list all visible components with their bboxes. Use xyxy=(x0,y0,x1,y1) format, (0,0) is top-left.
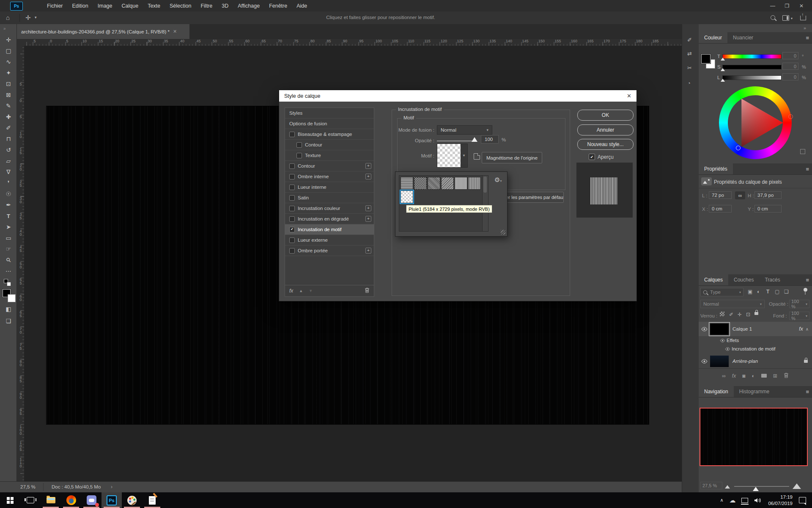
menu-item[interactable]: Aide xyxy=(292,3,312,9)
firefox-button[interactable] xyxy=(61,492,81,508)
add-effect-icon[interactable]: + xyxy=(365,216,371,222)
menu-item[interactable]: Edition xyxy=(68,3,93,9)
adjustment-layer-icon[interactable]: ◐ xyxy=(752,373,754,379)
navigator-zoom-slider[interactable] xyxy=(734,486,789,487)
layer-effects-row[interactable]: Effets xyxy=(699,336,812,345)
zoom-tool[interactable]: ⚲ xyxy=(0,254,17,265)
vertical-ruler[interactable]: 5051015202530354045505560657075808590951… xyxy=(17,46,25,481)
menu-item[interactable]: 3D xyxy=(217,3,233,9)
pattern-thumbnail[interactable] xyxy=(401,190,413,203)
navigator-preview[interactable] xyxy=(700,408,808,466)
layer-row-calque1[interactable]: Calque 1 fx ∧ xyxy=(699,322,812,336)
home-icon[interactable]: ⌂ xyxy=(6,14,10,21)
move-down-icon[interactable]: ▼ xyxy=(309,289,313,293)
gear-icon[interactable]: ⚙▾ xyxy=(494,176,502,184)
menu-item[interactable]: Image xyxy=(93,3,117,9)
resize-grip[interactable] xyxy=(501,230,505,235)
new-group-icon[interactable] xyxy=(761,373,767,379)
lasso-tool[interactable]: ∿ xyxy=(0,56,17,67)
chevron-down-icon[interactable]: ▾ xyxy=(35,15,37,19)
checkbox[interactable] xyxy=(289,216,295,222)
checkbox[interactable] xyxy=(289,163,295,169)
pattern-thumbnail[interactable] xyxy=(414,177,427,190)
collapse-effects-icon[interactable]: ∧ xyxy=(806,327,809,331)
move-tool[interactable]: ✛ xyxy=(0,34,17,45)
zoom-out-icon[interactable] xyxy=(725,485,730,489)
start-button[interactable] xyxy=(0,492,20,508)
path-selection-tool[interactable]: ➤ xyxy=(0,221,17,232)
fx-badge[interactable]: fx xyxy=(799,326,803,332)
visibility-eye-icon[interactable] xyxy=(718,339,727,342)
shape-tool[interactable]: ▭ xyxy=(0,232,17,243)
effects-label[interactable]: Effets xyxy=(727,338,739,343)
style-item-incrustation-degrade[interactable]: Incrustation en dégradé+ xyxy=(285,214,374,224)
share-icon[interactable] xyxy=(800,16,806,20)
tray-expand-icon[interactable]: ∧ xyxy=(720,497,723,503)
filter-toggle[interactable] xyxy=(804,288,807,292)
status-chevron-icon[interactable]: › xyxy=(111,484,112,490)
gradient-tool[interactable]: ∇ xyxy=(0,166,17,177)
photoshop-button[interactable]: Ps xyxy=(102,492,122,508)
wordpad-button[interactable] xyxy=(142,492,162,508)
opacity-slider-thumb[interactable] xyxy=(472,137,477,142)
slider-value[interactable]: 0 xyxy=(782,73,798,80)
clock[interactable]: 17:19 06/07/2019 xyxy=(768,494,793,507)
layer-style-icon[interactable]: fx xyxy=(732,373,736,379)
horizontal-ruler[interactable]: 5051015202530354045505560657075808590951… xyxy=(24,39,682,46)
layer-thumbnail[interactable] xyxy=(710,323,729,335)
navigator-zoom-field[interactable]: 27,5 % xyxy=(700,482,722,489)
pattern-thumbnail[interactable] xyxy=(401,177,413,190)
slider-track[interactable] xyxy=(722,65,782,69)
height-field[interactable]: 37,9 po xyxy=(754,191,782,199)
tab-proprietes[interactable]: Propriétés xyxy=(699,163,733,174)
lock-position-icon[interactable]: ✛ xyxy=(738,312,742,318)
style-item-lueur-externe[interactable]: Lueur externe xyxy=(285,235,374,246)
lock-artboard-icon[interactable]: ⊡ xyxy=(746,312,750,318)
scissors-dock-icon[interactable]: ✂ xyxy=(687,65,692,71)
close-button[interactable]: ✕ xyxy=(794,3,809,9)
brush-tool[interactable]: ✐ xyxy=(0,122,17,133)
clock-dock-icon[interactable]: ◔ xyxy=(687,80,691,86)
foreground-color-swatch[interactable] xyxy=(701,54,710,64)
foreground-background-swatches[interactable] xyxy=(3,289,15,303)
dodge-tool[interactable]: ☉ xyxy=(0,188,17,199)
action-center-icon[interactable] xyxy=(799,497,806,503)
restore-defaults-button-partial[interactable]: er les paramètres par défaut xyxy=(507,192,564,203)
healing-brush-tool[interactable]: ✚ xyxy=(0,111,17,122)
checkbox[interactable] xyxy=(289,174,295,179)
style-item-options-de-fusion[interactable]: Options de fusion xyxy=(285,119,374,129)
add-effect-icon[interactable]: + xyxy=(365,163,371,169)
checkbox[interactable] xyxy=(296,153,302,158)
style-item-ombre-portee[interactable]: Ombre portée+ xyxy=(285,246,374,256)
minimize-button[interactable]: — xyxy=(765,3,780,9)
file-explorer-button[interactable] xyxy=(41,492,61,508)
crop-tool[interactable]: ⊡ xyxy=(0,78,17,89)
workspace-icon[interactable] xyxy=(782,15,789,21)
zoom-in-icon[interactable] xyxy=(793,483,801,489)
quick-mask-icon[interactable]: ◧ xyxy=(0,306,17,312)
layer-opacity-field[interactable]: 100 %▾ xyxy=(789,300,809,308)
panel-menu-icon[interactable]: ≡ xyxy=(806,166,809,172)
x-field[interactable]: 0 cm xyxy=(709,205,732,213)
layer-filter-type[interactable]: Type ▾ xyxy=(700,288,743,296)
opacity-value-field[interactable]: 100 xyxy=(481,135,499,144)
type-tool[interactable]: T xyxy=(0,210,17,221)
link-layers-icon[interactable]: ∞ xyxy=(722,373,726,379)
blend-mode-select[interactable]: Normal▾ xyxy=(700,300,765,308)
lock-transparency-icon[interactable] xyxy=(720,312,724,318)
blend-mode-select[interactable]: Normal▾ xyxy=(437,125,492,135)
layer-effect-item-row[interactable]: Incrustation de motif xyxy=(699,345,812,353)
cancel-button[interactable]: Annuler xyxy=(577,124,634,135)
zoom-level[interactable]: 27,5 % xyxy=(20,484,36,489)
snap-to-origin-button[interactable]: Magnétisme de l'origine xyxy=(482,152,542,163)
collapse-panels-icon[interactable]: » xyxy=(804,25,806,30)
new-style-button[interactable]: Nouveau style... xyxy=(577,139,634,150)
filter-type-layers-icon[interactable]: T xyxy=(766,289,769,295)
filter-smart-objects-icon[interactable]: ❏ xyxy=(784,289,789,295)
menu-item[interactable]: Calque xyxy=(117,3,143,9)
search-icon[interactable] xyxy=(771,15,775,20)
move-up-icon[interactable]: ▲ xyxy=(299,289,303,293)
checkbox[interactable] xyxy=(296,142,302,148)
color-wheel-marker[interactable] xyxy=(736,146,741,150)
style-item-contour[interactable]: Contour+ xyxy=(285,161,374,171)
